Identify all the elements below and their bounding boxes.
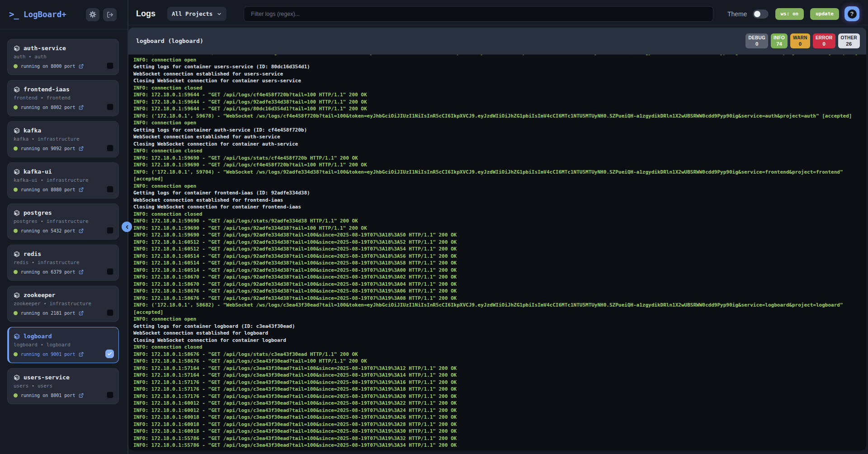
log-line: INFO: 172.18.0.1:60018 - "GET /api/logs/… — [133, 421, 457, 427]
status-dot-icon — [14, 270, 18, 274]
log-line: INFO: connection closed — [133, 85, 202, 91]
service-checkbox[interactable] — [107, 145, 113, 151]
service-card-title-row: logboard — [14, 332, 113, 340]
package-icon — [14, 251, 20, 257]
external-link-icon — [79, 187, 84, 192]
log-line: INFO: 172.18.0.1:59690 - "GET /api/logs/… — [133, 218, 358, 224]
service-port-label: running on 5432 port — [21, 228, 75, 233]
badge-other: OTHER 26 — [838, 33, 860, 48]
theme-label: Theme — [727, 10, 747, 18]
service-checkbox[interactable] — [107, 268, 113, 275]
project-filter-dropdown[interactable]: All Projects — [167, 7, 226, 21]
service-card-users-service[interactable]: users-service users • users running on 8… — [7, 368, 119, 404]
service-name: users-service — [24, 374, 70, 381]
package-icon — [14, 86, 20, 93]
open-service-link[interactable] — [79, 228, 84, 233]
service-card-title-row: zookeeper — [14, 291, 113, 299]
websocket-status-button[interactable]: ws: on — [775, 8, 804, 20]
service-card-auth-service[interactable]: auth-service auth • auth running on 8000… — [7, 39, 119, 75]
service-checkbox[interactable] — [107, 186, 113, 193]
gear-icon — [89, 11, 96, 18]
service-port-label: running on 8080 port — [21, 187, 75, 192]
external-link-icon — [79, 270, 84, 274]
service-card-redis[interactable]: redis redis • infrastructure running on … — [7, 245, 119, 281]
log-filter-input[interactable] — [244, 6, 713, 22]
service-checkbox[interactable] — [107, 309, 113, 316]
service-status-row: running on 9092 port — [14, 145, 113, 151]
open-service-link[interactable] — [79, 64, 84, 69]
log-line: INFO: 172.18.0.1:57176 - "GET /api/logs/… — [133, 386, 457, 392]
log-line: INFO: 172.18.0.1:58670 - "GET /api/logs/… — [133, 274, 457, 280]
service-card-postgres[interactable]: postgres postgres • infrastructure runni… — [7, 203, 119, 240]
badge-label: OTHER — [841, 35, 858, 41]
log-line: INFO: connection closed — [133, 344, 202, 350]
service-checkbox[interactable] — [105, 350, 114, 358]
service-checkbox[interactable] — [107, 392, 113, 398]
project-filter-label: All Projects — [172, 10, 212, 17]
log-line: Closing WebSocket connection for contain… — [133, 78, 301, 84]
status-dot-icon — [14, 188, 18, 192]
open-service-link[interactable] — [79, 393, 84, 398]
service-card-title-row: kafka-ui — [14, 167, 113, 175]
service-checkbox[interactable] — [107, 227, 113, 234]
external-link-icon — [79, 311, 84, 316]
service-card-zookeeper[interactable]: zookeeper zookeeper • infrastructure run… — [7, 286, 119, 322]
log-line: INFO: 172.18.0.1:60012 - "GET /api/logs/… — [133, 407, 457, 413]
badge-debug: DEBUG 0 — [745, 33, 768, 48]
service-status-row: running on 9001 port — [14, 351, 113, 357]
help-button[interactable]: ? — [844, 6, 859, 21]
log-output[interactable]: INFO: ('172.18.0.1', 59662) - "WebSocket… — [128, 55, 866, 450]
service-card-frontend-iaas[interactable]: frontend-iaas frontend • frontend runnin… — [7, 80, 119, 116]
logout-icon — [107, 11, 113, 18]
open-service-link[interactable] — [79, 352, 84, 357]
question-mark-icon: ? — [848, 9, 857, 19]
log-line: INFO: 172.18.0.1:58676 - "GET /api/logs/… — [133, 288, 457, 294]
open-service-link[interactable] — [79, 187, 84, 192]
service-card-kafka[interactable]: kafka kafka • infrastructure running on … — [7, 121, 119, 157]
service-checkbox[interactable] — [107, 104, 113, 110]
service-port-label: running on 8002 port — [21, 105, 75, 110]
main-content: logboard (logboard) DEBUG 0 INFO 74 WARN… — [128, 25, 868, 454]
open-service-link[interactable] — [79, 311, 84, 316]
open-service-link[interactable] — [79, 146, 84, 151]
log-line: INFO: 172.18.0.1:58676 - "GET /api/logs/… — [133, 295, 457, 301]
service-meta: users • users — [14, 383, 113, 389]
badge-error: ERROR 0 — [813, 33, 835, 48]
log-line: INFO: 172.18.0.1:57164 - "GET /api/logs/… — [133, 365, 457, 371]
log-line: Getting logs for container logboard (ID:… — [133, 323, 295, 329]
log-line: INFO: 172.18.0.1:60012 - "GET /api/logs/… — [133, 400, 457, 406]
logout-button[interactable] — [103, 8, 117, 21]
settings-button[interactable] — [86, 8, 99, 21]
external-link-icon — [79, 64, 84, 69]
app-title: LogBoard+ — [24, 10, 66, 19]
service-checkbox[interactable] — [107, 62, 113, 69]
sidebar-header: >_ LogBoard+ — [0, 0, 127, 29]
badge-label: WARN — [793, 35, 807, 41]
sidebar-collapse-button[interactable] — [122, 222, 132, 232]
log-line: INFO: ('172.18.0.1', 59662) - "WebSocket… — [133, 55, 858, 56]
external-link-icon — [79, 352, 84, 357]
open-service-link[interactable] — [79, 270, 84, 274]
log-line: INFO: connection closed — [133, 148, 202, 154]
badge-label: DEBUG — [748, 35, 765, 41]
service-card-logboard[interactable]: logboard logboard • logboard running on … — [7, 327, 119, 363]
open-service-link[interactable] — [79, 105, 84, 110]
status-dot-icon — [14, 105, 18, 109]
update-button[interactable]: update — [810, 8, 839, 20]
service-port-label: running on 8001 port — [21, 393, 75, 398]
service-card-kafka-ui[interactable]: kafka-ui kafka-ui • infrastructure runni… — [7, 162, 119, 199]
log-line: INFO: 172.18.0.1:59690 - "GET /api/logs/… — [133, 155, 358, 161]
log-line: INFO: ('172.18.0.1', 59704) - "WebSocket… — [133, 169, 846, 182]
service-meta: kafka-ui • infrastructure — [14, 177, 113, 184]
log-line: INFO: 172.18.0.1:55786 - "GET /api/logs/… — [133, 442, 457, 448]
badge-count: 0 — [793, 41, 807, 47]
external-link-icon — [79, 146, 84, 151]
service-name: zookeeper — [24, 292, 55, 298]
log-line: WebSocket connection established for aut… — [133, 134, 280, 140]
service-card-title-row: users-service — [14, 373, 113, 381]
theme-toggle[interactable] — [753, 9, 769, 19]
topbar: Logs All Projects Theme ws: on update ? — [128, 0, 868, 25]
service-port-label: running on 9001 port — [21, 352, 75, 357]
status-dot-icon — [14, 393, 18, 397]
service-status-row: running on 8000 port — [14, 63, 113, 69]
